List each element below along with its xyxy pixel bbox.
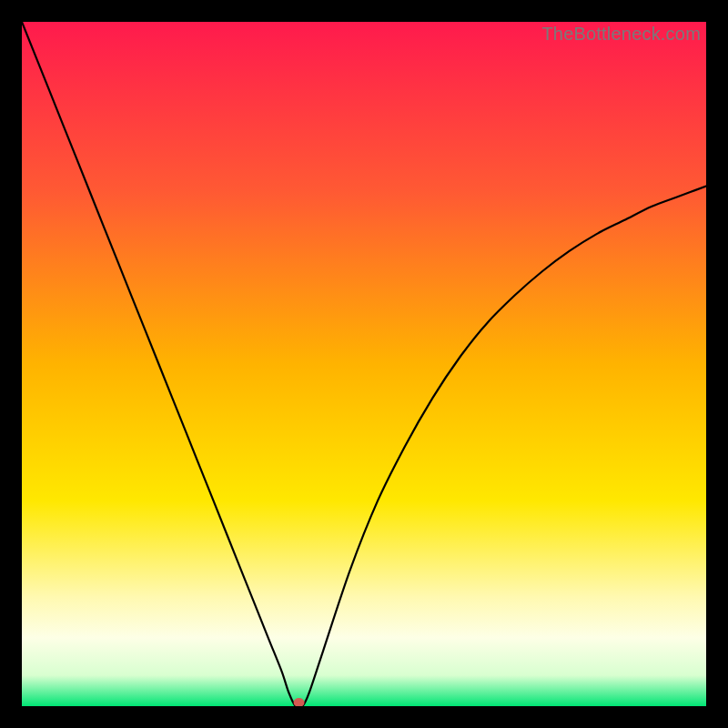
watermark-text: TheBottleneck.com — [541, 24, 701, 45]
chart-frame: TheBottleneck.com — [22, 22, 706, 706]
bottleneck-chart — [22, 22, 706, 706]
gradient-background — [22, 22, 706, 706]
